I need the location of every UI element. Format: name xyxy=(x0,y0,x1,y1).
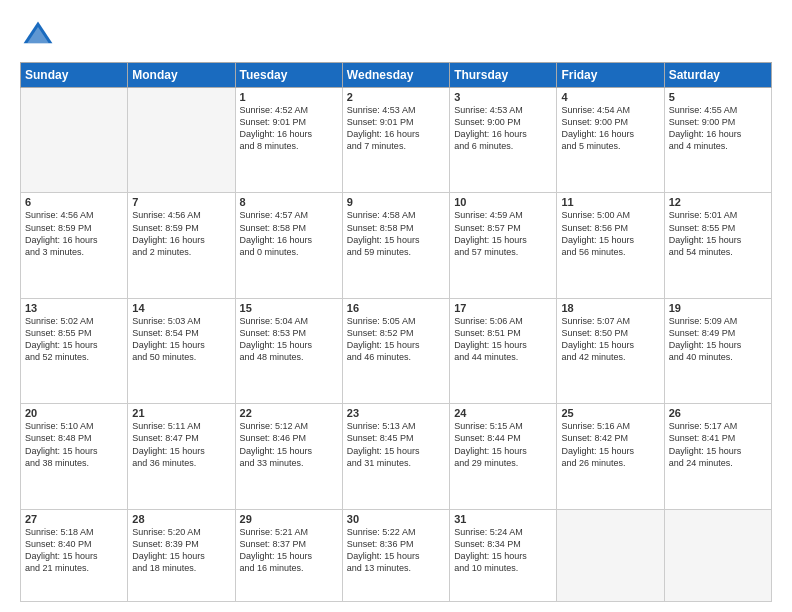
calendar-cell: 4Sunrise: 4:54 AM Sunset: 9:00 PM Daylig… xyxy=(557,88,664,193)
day-info: Sunrise: 4:54 AM Sunset: 9:00 PM Dayligh… xyxy=(561,104,659,153)
day-number: 22 xyxy=(240,407,338,419)
day-number: 25 xyxy=(561,407,659,419)
day-number: 15 xyxy=(240,302,338,314)
day-info: Sunrise: 4:53 AM Sunset: 9:01 PM Dayligh… xyxy=(347,104,445,153)
day-info: Sunrise: 5:17 AM Sunset: 8:41 PM Dayligh… xyxy=(669,420,767,469)
day-number: 3 xyxy=(454,91,552,103)
weekday-header: Wednesday xyxy=(342,63,449,88)
calendar-cell xyxy=(557,509,664,601)
day-info: Sunrise: 4:52 AM Sunset: 9:01 PM Dayligh… xyxy=(240,104,338,153)
day-number: 9 xyxy=(347,196,445,208)
day-number: 28 xyxy=(132,513,230,525)
day-number: 29 xyxy=(240,513,338,525)
day-number: 20 xyxy=(25,407,123,419)
calendar-cell: 21Sunrise: 5:11 AM Sunset: 8:47 PM Dayli… xyxy=(128,404,235,509)
day-info: Sunrise: 5:04 AM Sunset: 8:53 PM Dayligh… xyxy=(240,315,338,364)
weekday-header: Sunday xyxy=(21,63,128,88)
weekday-header-row: SundayMondayTuesdayWednesdayThursdayFrid… xyxy=(21,63,772,88)
day-info: Sunrise: 5:07 AM Sunset: 8:50 PM Dayligh… xyxy=(561,315,659,364)
day-info: Sunrise: 5:15 AM Sunset: 8:44 PM Dayligh… xyxy=(454,420,552,469)
day-number: 19 xyxy=(669,302,767,314)
day-info: Sunrise: 5:20 AM Sunset: 8:39 PM Dayligh… xyxy=(132,526,230,575)
calendar-cell: 18Sunrise: 5:07 AM Sunset: 8:50 PM Dayli… xyxy=(557,298,664,403)
day-number: 1 xyxy=(240,91,338,103)
logo xyxy=(20,18,60,54)
day-number: 14 xyxy=(132,302,230,314)
calendar-cell: 7Sunrise: 4:56 AM Sunset: 8:59 PM Daylig… xyxy=(128,193,235,298)
day-info: Sunrise: 5:06 AM Sunset: 8:51 PM Dayligh… xyxy=(454,315,552,364)
calendar-cell: 5Sunrise: 4:55 AM Sunset: 9:00 PM Daylig… xyxy=(664,88,771,193)
calendar-cell: 1Sunrise: 4:52 AM Sunset: 9:01 PM Daylig… xyxy=(235,88,342,193)
calendar-cell xyxy=(664,509,771,601)
logo-icon xyxy=(20,18,56,54)
calendar-cell: 29Sunrise: 5:21 AM Sunset: 8:37 PM Dayli… xyxy=(235,509,342,601)
calendar-cell: 31Sunrise: 5:24 AM Sunset: 8:34 PM Dayli… xyxy=(450,509,557,601)
calendar-cell: 16Sunrise: 5:05 AM Sunset: 8:52 PM Dayli… xyxy=(342,298,449,403)
day-number: 12 xyxy=(669,196,767,208)
calendar-cell: 3Sunrise: 4:53 AM Sunset: 9:00 PM Daylig… xyxy=(450,88,557,193)
weekday-header: Thursday xyxy=(450,63,557,88)
calendar-cell: 12Sunrise: 5:01 AM Sunset: 8:55 PM Dayli… xyxy=(664,193,771,298)
calendar-cell: 28Sunrise: 5:20 AM Sunset: 8:39 PM Dayli… xyxy=(128,509,235,601)
calendar-cell: 27Sunrise: 5:18 AM Sunset: 8:40 PM Dayli… xyxy=(21,509,128,601)
day-info: Sunrise: 5:12 AM Sunset: 8:46 PM Dayligh… xyxy=(240,420,338,469)
day-number: 24 xyxy=(454,407,552,419)
calendar-cell: 22Sunrise: 5:12 AM Sunset: 8:46 PM Dayli… xyxy=(235,404,342,509)
day-info: Sunrise: 5:16 AM Sunset: 8:42 PM Dayligh… xyxy=(561,420,659,469)
calendar-cell xyxy=(21,88,128,193)
day-info: Sunrise: 5:05 AM Sunset: 8:52 PM Dayligh… xyxy=(347,315,445,364)
header xyxy=(20,18,772,54)
day-info: Sunrise: 5:03 AM Sunset: 8:54 PM Dayligh… xyxy=(132,315,230,364)
day-info: Sunrise: 4:55 AM Sunset: 9:00 PM Dayligh… xyxy=(669,104,767,153)
day-number: 4 xyxy=(561,91,659,103)
day-info: Sunrise: 4:58 AM Sunset: 8:58 PM Dayligh… xyxy=(347,209,445,258)
day-info: Sunrise: 5:01 AM Sunset: 8:55 PM Dayligh… xyxy=(669,209,767,258)
calendar-cell: 19Sunrise: 5:09 AM Sunset: 8:49 PM Dayli… xyxy=(664,298,771,403)
calendar-cell: 17Sunrise: 5:06 AM Sunset: 8:51 PM Dayli… xyxy=(450,298,557,403)
day-number: 17 xyxy=(454,302,552,314)
weekday-header: Tuesday xyxy=(235,63,342,88)
calendar-cell: 9Sunrise: 4:58 AM Sunset: 8:58 PM Daylig… xyxy=(342,193,449,298)
day-number: 8 xyxy=(240,196,338,208)
calendar-table: SundayMondayTuesdayWednesdayThursdayFrid… xyxy=(20,62,772,602)
weekday-header: Friday xyxy=(557,63,664,88)
day-number: 26 xyxy=(669,407,767,419)
day-info: Sunrise: 5:09 AM Sunset: 8:49 PM Dayligh… xyxy=(669,315,767,364)
calendar-cell: 26Sunrise: 5:17 AM Sunset: 8:41 PM Dayli… xyxy=(664,404,771,509)
calendar-cell: 15Sunrise: 5:04 AM Sunset: 8:53 PM Dayli… xyxy=(235,298,342,403)
weekday-header: Saturday xyxy=(664,63,771,88)
day-info: Sunrise: 5:10 AM Sunset: 8:48 PM Dayligh… xyxy=(25,420,123,469)
day-number: 2 xyxy=(347,91,445,103)
day-info: Sunrise: 4:57 AM Sunset: 8:58 PM Dayligh… xyxy=(240,209,338,258)
week-row: 6Sunrise: 4:56 AM Sunset: 8:59 PM Daylig… xyxy=(21,193,772,298)
day-info: Sunrise: 5:22 AM Sunset: 8:36 PM Dayligh… xyxy=(347,526,445,575)
day-number: 7 xyxy=(132,196,230,208)
day-info: Sunrise: 5:18 AM Sunset: 8:40 PM Dayligh… xyxy=(25,526,123,575)
calendar-cell: 24Sunrise: 5:15 AM Sunset: 8:44 PM Dayli… xyxy=(450,404,557,509)
day-info: Sunrise: 5:13 AM Sunset: 8:45 PM Dayligh… xyxy=(347,420,445,469)
week-row: 20Sunrise: 5:10 AM Sunset: 8:48 PM Dayli… xyxy=(21,404,772,509)
calendar-cell xyxy=(128,88,235,193)
weekday-header: Monday xyxy=(128,63,235,88)
day-info: Sunrise: 4:56 AM Sunset: 8:59 PM Dayligh… xyxy=(25,209,123,258)
week-row: 27Sunrise: 5:18 AM Sunset: 8:40 PM Dayli… xyxy=(21,509,772,601)
day-info: Sunrise: 4:56 AM Sunset: 8:59 PM Dayligh… xyxy=(132,209,230,258)
calendar-cell: 13Sunrise: 5:02 AM Sunset: 8:55 PM Dayli… xyxy=(21,298,128,403)
calendar-cell: 25Sunrise: 5:16 AM Sunset: 8:42 PM Dayli… xyxy=(557,404,664,509)
day-info: Sunrise: 5:02 AM Sunset: 8:55 PM Dayligh… xyxy=(25,315,123,364)
day-number: 11 xyxy=(561,196,659,208)
calendar-cell: 30Sunrise: 5:22 AM Sunset: 8:36 PM Dayli… xyxy=(342,509,449,601)
calendar-cell: 23Sunrise: 5:13 AM Sunset: 8:45 PM Dayli… xyxy=(342,404,449,509)
day-number: 10 xyxy=(454,196,552,208)
day-number: 21 xyxy=(132,407,230,419)
day-info: Sunrise: 5:21 AM Sunset: 8:37 PM Dayligh… xyxy=(240,526,338,575)
day-number: 27 xyxy=(25,513,123,525)
day-info: Sunrise: 4:59 AM Sunset: 8:57 PM Dayligh… xyxy=(454,209,552,258)
day-number: 23 xyxy=(347,407,445,419)
calendar-cell: 20Sunrise: 5:10 AM Sunset: 8:48 PM Dayli… xyxy=(21,404,128,509)
day-number: 13 xyxy=(25,302,123,314)
week-row: 1Sunrise: 4:52 AM Sunset: 9:01 PM Daylig… xyxy=(21,88,772,193)
day-info: Sunrise: 5:11 AM Sunset: 8:47 PM Dayligh… xyxy=(132,420,230,469)
calendar-cell: 6Sunrise: 4:56 AM Sunset: 8:59 PM Daylig… xyxy=(21,193,128,298)
day-number: 6 xyxy=(25,196,123,208)
